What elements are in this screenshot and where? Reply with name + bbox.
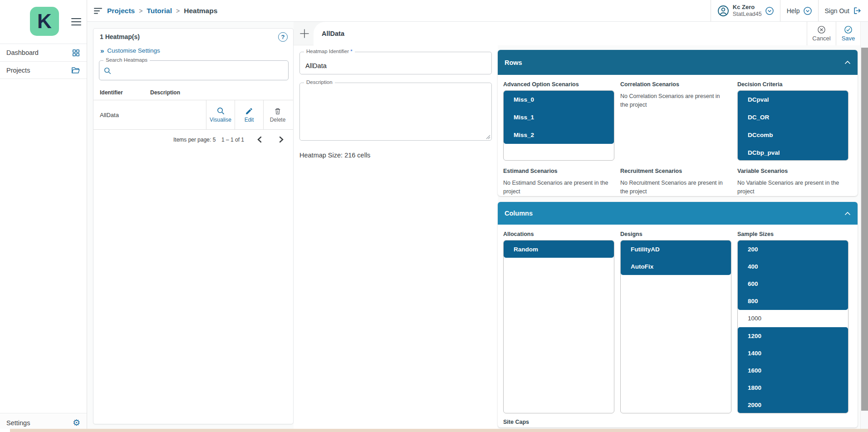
- group-title-sample-sizes: Sample Sizes: [737, 231, 848, 237]
- group-title-estimand-scenarios: Estimand Scenarios: [503, 168, 614, 174]
- option-dc-or[interactable]: DC_OR: [738, 108, 848, 126]
- cancel-button[interactable]: Cancel: [807, 22, 836, 45]
- option-1400[interactable]: 1400: [738, 344, 848, 362]
- listbox-designs: FutilityADAutoFix: [620, 240, 731, 413]
- edit-label: Edit: [245, 117, 254, 123]
- customise-settings-link[interactable]: » Customise Settings: [100, 47, 160, 54]
- identifier-field-label: Heatmap Identifier *: [304, 49, 355, 54]
- group-decision-criteria: Decision CriteriaDCpvalDC_ORDCcombDCbp_p…: [737, 81, 848, 161]
- option-1600[interactable]: 1600: [738, 362, 848, 379]
- plus-icon: [299, 28, 310, 39]
- option-futilityad[interactable]: FutilityAD: [621, 241, 731, 258]
- heatmap-count-title: 1 Heatmap(s): [100, 33, 140, 40]
- option-random[interactable]: Random: [504, 241, 614, 258]
- add-heatmap-button[interactable]: [298, 27, 311, 40]
- vertical-scrollbar[interactable]: [860, 22, 868, 429]
- columns-section-grid: AllocationsRandomDesignsFutilityADAutoFi…: [498, 225, 858, 413]
- horizontal-scrollbar[interactable]: [0, 429, 868, 432]
- columns-section-header[interactable]: Columns: [498, 202, 858, 225]
- option-400[interactable]: 400: [738, 258, 848, 275]
- option-dcpval[interactable]: DCpval: [738, 91, 848, 108]
- gear-icon: ⚙: [73, 418, 80, 427]
- items-per-page-select[interactable]: 5: [213, 137, 216, 143]
- option-1200[interactable]: 1200: [738, 327, 848, 344]
- option-800[interactable]: 800: [738, 293, 848, 310]
- pagination: Items per page: 5 1 – 1 of 1: [93, 134, 293, 147]
- sidebar: K Dashboard Projects: [0, 0, 87, 432]
- selected-run: 12001400160018002000: [738, 327, 848, 413]
- table-row[interactable]: AllData Visualise Edit: [93, 100, 293, 130]
- group-designs: DesignsFutilityADAutoFix: [620, 231, 731, 413]
- heatmap-identifier-field: Heatmap Identifier *: [299, 52, 492, 74]
- delete-button[interactable]: Delete: [263, 100, 292, 129]
- breadcrumb-projects[interactable]: Projects: [107, 7, 135, 15]
- rows-section: Rows Advanced Option ScenariosMiss_0Miss…: [498, 50, 858, 196]
- breadcrumb-tutorial[interactable]: Tutorial: [147, 7, 172, 15]
- vertical-scrollbar-thumb[interactable]: [861, 48, 868, 411]
- help-menu[interactable]: Help: [780, 0, 818, 21]
- breadcrumb-current: Heatmaps: [184, 7, 217, 15]
- empty-message-recruitment-scenarios: No Recruitment Scenarios are present in …: [620, 179, 729, 196]
- option-1800[interactable]: 1800: [738, 379, 848, 397]
- rows-section-title: Rows: [505, 59, 522, 66]
- option-miss-2[interactable]: Miss_2: [504, 126, 614, 144]
- option-dcbp-pval[interactable]: DCbp_pval: [738, 144, 848, 161]
- sidebar-nav: Dashboard Projects: [0, 44, 87, 79]
- rows-section-header[interactable]: Rows: [498, 50, 858, 75]
- search-input[interactable]: [115, 61, 283, 80]
- search-heatmaps-field: Search Heatmaps: [99, 60, 289, 80]
- option-dccomb[interactable]: DCcomb: [738, 126, 848, 144]
- group-estimand-scenarios: Estimand ScenariosNo Estimand Scenarios …: [503, 168, 614, 196]
- menu-icon[interactable]: [71, 18, 81, 25]
- help-label: Help: [787, 7, 800, 15]
- sidebar-item-projects[interactable]: Projects: [0, 61, 87, 79]
- option-600[interactable]: 600: [738, 275, 848, 292]
- edit-button[interactable]: Edit: [235, 100, 263, 129]
- group-allocations: AllocationsRandom: [503, 231, 614, 413]
- horizontal-scrollbar-thumb[interactable]: [10, 429, 868, 432]
- option-miss-0[interactable]: Miss_0: [504, 91, 614, 108]
- visualise-label: Visualise: [210, 117, 231, 123]
- selected-run: Miss_0Miss_1Miss_2: [504, 91, 614, 144]
- previous-page-button[interactable]: [257, 136, 262, 143]
- topbar-right: Kc Zero StatLead45 Help Sign Ou: [711, 0, 868, 21]
- help-icon[interactable]: ?: [278, 32, 288, 42]
- customise-settings-label: Customise Settings: [107, 47, 160, 54]
- user-menu[interactable]: Kc Zero StatLead45: [711, 0, 780, 21]
- sign-out-icon: [853, 6, 862, 15]
- pencil-icon: [245, 107, 253, 115]
- double-chevron-icon: »: [100, 47, 104, 54]
- user-names: Kc Zero StatLead45: [733, 4, 762, 17]
- site-caps-title: Site Caps: [503, 419, 858, 425]
- next-page-button[interactable]: [279, 136, 284, 143]
- sign-out-button[interactable]: Sign Out: [818, 0, 868, 21]
- option-1000[interactable]: 1000: [738, 310, 848, 327]
- app-logo[interactable]: K: [30, 7, 59, 36]
- option-2000[interactable]: 2000: [738, 397, 848, 413]
- group-correlation-scenarios: Correlation ScenariosNo Correlation Scen…: [620, 81, 731, 161]
- sidebar-item-dashboard[interactable]: Dashboard: [0, 44, 87, 61]
- chevron-up-icon: [844, 211, 851, 216]
- heatmap-identifier-input[interactable]: [300, 52, 491, 74]
- save-button[interactable]: Save: [836, 22, 860, 45]
- search-icon: [216, 107, 225, 115]
- avatar-icon: [717, 5, 729, 17]
- option-miss-1[interactable]: Miss_1: [504, 108, 614, 126]
- option-200[interactable]: 200: [738, 241, 848, 258]
- sidebar-item-label: Projects: [6, 67, 30, 74]
- breadcrumb-separator: >: [176, 7, 180, 15]
- group-title-allocations: Allocations: [503, 231, 614, 237]
- tab-alldata[interactable]: AllData: [314, 22, 807, 45]
- grid-icon: [72, 49, 80, 57]
- chevron-down-icon: [804, 7, 812, 15]
- save-label: Save: [842, 35, 855, 42]
- group-sample-sizes: Sample Sizes2004006008001000120014001600…: [737, 231, 848, 413]
- visualise-button[interactable]: Visualise: [206, 100, 235, 129]
- option-autofix[interactable]: AutoFix: [621, 258, 731, 275]
- description-input[interactable]: [300, 83, 491, 140]
- group-advanced-option-scenarios: Advanced Option ScenariosMiss_0Miss_1Mis…: [503, 81, 614, 161]
- chevron-down-icon: [765, 7, 774, 15]
- items-per-page-label: Items per page:: [173, 137, 211, 143]
- group-title-variable-scenarios: Variable Scenarios: [737, 168, 848, 174]
- rows-section-grid: Advanced Option ScenariosMiss_0Miss_1Mis…: [498, 75, 858, 196]
